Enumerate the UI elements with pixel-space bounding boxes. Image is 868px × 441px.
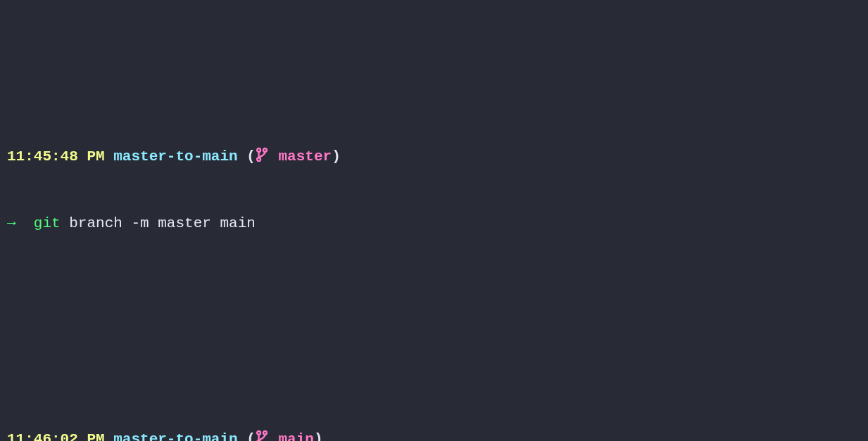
command-name: git bbox=[34, 215, 61, 231]
git-branch-icon bbox=[256, 430, 268, 441]
open-paren: ( bbox=[246, 431, 256, 441]
terminal-block: 11:46:02 PM master-to-main ( main) → git… bbox=[7, 384, 861, 441]
branch-name: master bbox=[279, 148, 332, 165]
repo-name: master-to-main bbox=[113, 148, 237, 165]
branch-name: main bbox=[279, 431, 314, 441]
command-line[interactable]: → git branch -m master main bbox=[7, 212, 861, 235]
terminal[interactable]: 11:45:48 PM master-to-main ( master) → g… bbox=[0, 0, 868, 441]
command-args: branch -m master main bbox=[69, 215, 256, 231]
close-paren: ) bbox=[314, 431, 323, 441]
timestamp: 11:46:02 PM bbox=[7, 431, 105, 441]
close-paren: ) bbox=[332, 148, 341, 165]
prompt-arrow-icon: → bbox=[7, 215, 16, 231]
open-paren: ( bbox=[246, 148, 256, 165]
terminal-block: 11:45:48 PM master-to-main ( master) → g… bbox=[7, 101, 861, 279]
prompt-line: 11:46:02 PM master-to-main ( main) bbox=[7, 428, 861, 441]
timestamp: 11:45:48 PM bbox=[7, 148, 105, 165]
git-branch-icon bbox=[256, 147, 268, 162]
repo-name: master-to-main bbox=[113, 431, 237, 441]
prompt-line: 11:45:48 PM master-to-main ( master) bbox=[7, 146, 861, 168]
